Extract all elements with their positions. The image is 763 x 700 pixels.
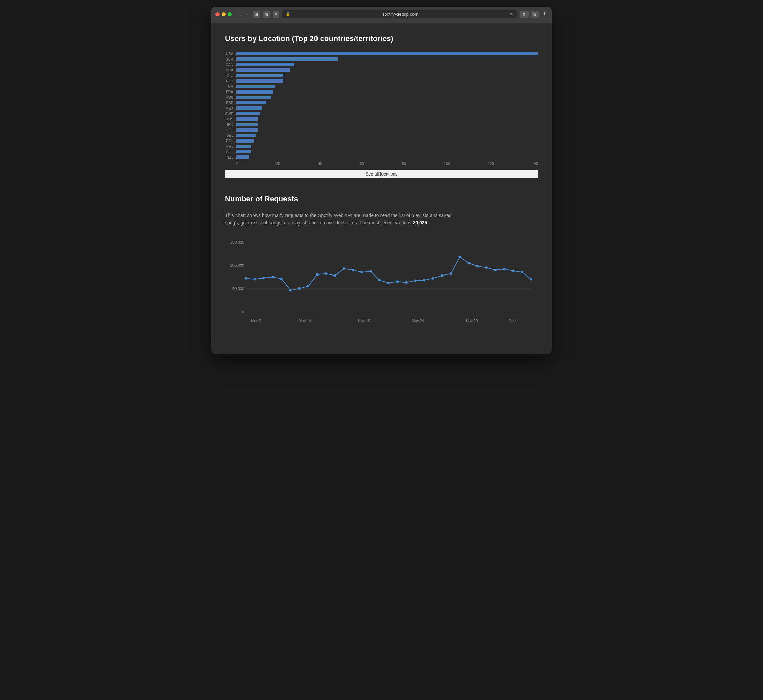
requests-title: Number of Requests [225,195,538,203]
bar-country-label: GBR [225,57,233,62]
data-point [271,275,274,278]
bar [236,74,284,77]
x-axis-tick: 20 [276,162,280,166]
x-axis-tick: 80 [402,162,406,166]
bar-country-label: DEU [225,73,233,78]
bar-country-label: BRA [225,68,233,72]
svg-text:150,000: 150,000 [230,240,244,244]
bar-row [236,144,538,148]
line-chart: 150,000 100,000 50,000 0 Nov 9 Nov 14 No… [225,235,538,341]
data-point [280,278,283,280]
line-dots [245,255,532,292]
browser-window: ‹ › ⊞ ◑ ≡ 🔒 spotify-dedup.com ↻ ⬆ ⧉ + Us… [212,7,551,354]
bar [236,95,271,99]
bar [236,90,273,94]
svg-text:50,000: 50,000 [232,286,244,291]
bar [236,52,538,55]
bar-row [236,62,538,67]
bar-chart-area: USAGBRCANBRADEUNLDTURFRAAUSESPMEXSWERUSI… [225,52,538,166]
location-chart-title: Users by Location (Top 20 countries/terr… [225,34,538,43]
data-point [503,268,505,270]
data-point [441,274,443,277]
data-point [414,279,416,282]
svg-text:0: 0 [242,310,244,314]
bar-row [236,149,538,154]
address-bar[interactable]: 🔒 spotify-dedup.com ↻ [282,10,517,18]
close-button[interactable] [215,12,219,16]
bar-country-label: COL [225,128,233,132]
tab-bar [215,21,548,23]
data-point [254,278,256,280]
data-point [432,277,434,279]
bar [236,101,266,105]
menu-button[interactable]: ≡ [273,11,279,18]
bar [236,112,260,115]
location-section: Users by Location (Top 20 countries/terr… [225,34,538,178]
svg-text:100,000: 100,000 [230,263,244,267]
data-point [512,270,515,272]
data-point [245,277,247,279]
new-tab-button[interactable]: + [541,11,548,18]
maximize-button[interactable] [228,12,232,16]
bar [236,123,258,126]
share-button[interactable]: ⬆ [520,11,528,18]
shield-button[interactable]: ◑ [263,11,270,18]
bar-country-label: TUR [225,84,233,89]
x-axis-tick: 60 [360,162,364,166]
bar-row [236,155,538,159]
bar-country-label: CAN [225,62,233,67]
see-all-locations-button[interactable]: See all locations [225,170,538,178]
back-button[interactable]: ‹ [237,11,243,18]
bar-row [236,52,538,56]
data-point [307,285,309,288]
refresh-button[interactable]: ↻ [510,12,514,17]
bar-country-label: PHL [225,144,233,148]
bar-country-label: FRA [225,89,233,94]
forward-button[interactable]: › [244,11,250,18]
bar-country-label: NZL [225,155,233,159]
bar-row [236,95,538,100]
url-text: spotify-dedup.com [292,12,508,17]
bar [236,68,290,72]
content-area: Users by Location (Top 20 countries/terr… [212,23,551,354]
data-point [262,277,265,279]
data-point [378,279,381,281]
data-point [343,267,345,270]
bar-country-label: NLD [225,78,233,83]
bar-row [236,122,538,127]
data-point [476,265,479,267]
svg-text:Nov 9: Nov 9 [251,318,261,322]
bar [236,145,251,148]
bar-country-label: POL [225,138,233,143]
bar-country-label: MEX [225,106,233,111]
data-point [325,272,327,275]
data-point [396,280,398,283]
bar-chart: USAGBRCANBRADEUNLDTURFRAAUSESPMEXSWERUSI… [225,52,538,178]
x-axis-tick: 140 [532,162,538,166]
minimize-button[interactable] [222,12,226,16]
data-point [521,271,523,273]
bar-row [236,138,538,143]
browser-chrome: ‹ › ⊞ ◑ ≡ 🔒 spotify-dedup.com ↻ ⬆ ⧉ + [212,7,551,23]
data-point [360,271,363,273]
svg-text:Nov 19: Nov 19 [358,318,370,322]
bar-country-label: RUS [225,117,233,122]
bar [236,155,249,159]
bar-row [236,128,538,132]
data-point [298,288,301,290]
bar [236,134,255,137]
bar [236,150,251,153]
bar-row [236,133,538,138]
bar-country-label: CHL [225,149,233,154]
data-point [334,274,336,277]
sidebar-button[interactable]: ⊞ [252,11,260,18]
requests-section: Number of Requests This chart shows how … [225,195,538,341]
browser-actions: ⬆ ⧉ + [520,11,548,18]
requests-line [246,257,531,291]
duplicate-button[interactable]: ⧉ [531,11,539,18]
x-axis-tick: 0 [236,162,238,166]
bar [236,128,258,132]
bar-row [236,89,538,94]
traffic-lights [215,12,232,16]
bar-row [236,106,538,111]
